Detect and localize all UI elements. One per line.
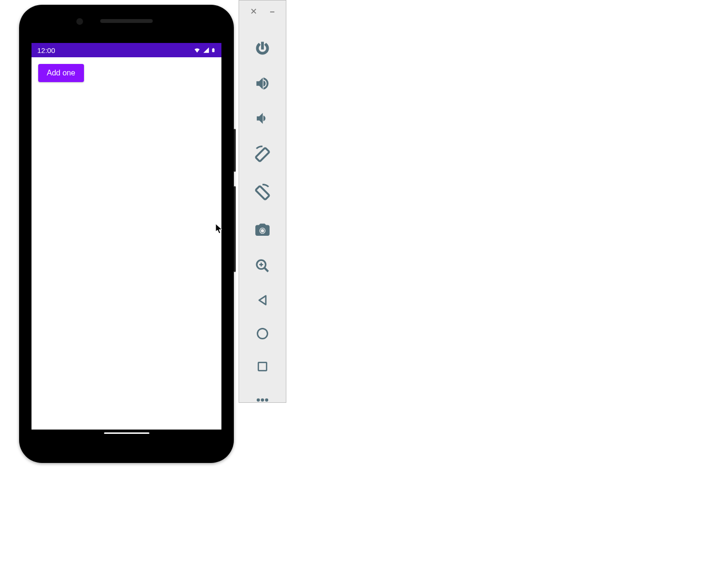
phone-speaker — [100, 19, 153, 23]
svg-line-4 — [264, 268, 268, 272]
signal-icon — [202, 47, 210, 53]
zoom-button[interactable] — [253, 258, 272, 273]
svg-point-10 — [261, 399, 264, 401]
volume-up-button[interactable] — [253, 76, 272, 91]
screenshot-button[interactable] — [253, 222, 272, 238]
close-button[interactable]: ✕ — [250, 7, 257, 16]
overview-icon — [256, 360, 269, 373]
home-button[interactable] — [253, 327, 272, 340]
app-content: Add one — [31, 57, 221, 89]
back-button[interactable] — [253, 294, 272, 307]
power-button[interactable] — [253, 41, 272, 56]
status-icons — [193, 46, 216, 54]
status-time: 12:00 — [37, 46, 55, 54]
more-button[interactable] — [253, 393, 272, 407]
battery-icon — [211, 46, 216, 54]
wifi-icon — [193, 47, 201, 53]
svg-point-2 — [261, 229, 265, 233]
home-icon — [256, 327, 269, 340]
android-status-bar: 12:00 — [31, 43, 221, 57]
screenshot-icon — [254, 222, 271, 238]
toolbar-window-controls: ✕ – — [250, 7, 274, 16]
home-indicator — [104, 432, 149, 434]
android-nav-bar — [31, 430, 221, 444]
back-icon — [256, 294, 269, 307]
overview-button[interactable] — [253, 360, 272, 373]
phone-frame: 12:00 Add one — [19, 5, 234, 463]
zoom-icon — [255, 258, 270, 273]
more-icon — [255, 393, 270, 407]
emulator-toolbar: ✕ – — [239, 0, 286, 403]
phone-screen: 12:00 Add one — [31, 43, 221, 444]
svg-rect-0 — [255, 147, 269, 161]
svg-point-9 — [257, 399, 260, 401]
volume-down-button[interactable] — [253, 111, 272, 126]
rotate-right-button[interactable] — [253, 184, 272, 202]
rotate-right-icon — [253, 184, 272, 202]
rotate-left-icon — [253, 146, 272, 164]
power-icon — [255, 41, 270, 56]
svg-rect-1 — [255, 186, 269, 200]
phone-camera — [76, 18, 83, 25]
add-one-button[interactable]: Add one — [38, 64, 84, 82]
volume-up-icon — [255, 76, 270, 91]
svg-rect-8 — [258, 362, 266, 370]
minimize-button[interactable]: – — [270, 7, 274, 16]
rotate-left-button[interactable] — [253, 146, 272, 164]
volume-down-icon — [255, 111, 270, 126]
svg-point-7 — [258, 329, 268, 339]
svg-point-11 — [265, 399, 268, 401]
